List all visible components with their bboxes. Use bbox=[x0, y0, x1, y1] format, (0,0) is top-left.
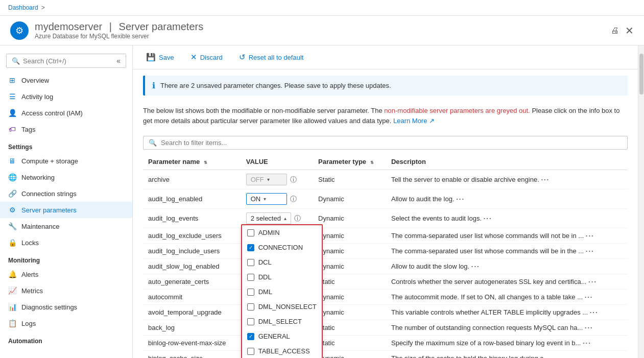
dml-select-checkbox[interactable] bbox=[247, 318, 254, 325]
param-type-sort-icon[interactable]: ⇅ bbox=[370, 160, 374, 165]
discard-button[interactable]: ✕ Discard bbox=[187, 51, 226, 64]
param-desc-cell: Allow to audit the log. ··· bbox=[386, 189, 628, 209]
connection-checkbox[interactable] bbox=[247, 244, 254, 251]
param-name-sort-icon[interactable]: ⇅ bbox=[204, 160, 207, 165]
option-connection[interactable]: CONNECTION bbox=[242, 240, 322, 255]
archive-dropdown[interactable]: OFF ▾ bbox=[246, 174, 287, 185]
sidebar-label-access-control: Access control (IAM) bbox=[21, 109, 83, 117]
table-container: 🔍 Parameter name ⇅ VALUE bbox=[133, 132, 638, 358]
sidebar-item-locks[interactable]: 🔒 Locks bbox=[0, 234, 132, 251]
param-type-cell: Dynamic bbox=[313, 228, 386, 244]
param-name-cell: audit_log_enabled bbox=[143, 189, 241, 209]
param-desc-cell: The autocommit mode. If set to ON, all c… bbox=[386, 290, 628, 305]
sidebar-item-logs[interactable]: 📋 Logs bbox=[0, 315, 132, 331]
table-row: autocommit Dynamic The autocommit mode. … bbox=[143, 290, 628, 305]
sidebar-item-networking[interactable]: 🌐 Networking bbox=[0, 169, 132, 185]
connection-label: CONNECTION bbox=[258, 244, 303, 251]
binlog-cache-ellipsis[interactable]: ··· bbox=[553, 354, 562, 358]
autocommit-ellipsis[interactable]: ··· bbox=[585, 293, 593, 301]
learn-more-link[interactable]: Learn More ↗ bbox=[393, 117, 435, 125]
option-table-access[interactable]: TABLE_ACCESS bbox=[242, 344, 322, 358]
collapse-icon[interactable]: « bbox=[116, 57, 121, 65]
search-input[interactable] bbox=[23, 57, 113, 65]
print-icon[interactable]: 🖨 bbox=[611, 26, 619, 35]
auto-gen-ellipsis[interactable]: ··· bbox=[588, 278, 597, 285]
ddl-label: DDL bbox=[258, 273, 272, 281]
sidebar-item-maintenance[interactable]: 🔧 Maintenance bbox=[0, 218, 132, 234]
diagnostic-settings-icon: 📊 bbox=[8, 303, 16, 311]
dml-select-label: DML_SELECT bbox=[258, 318, 302, 325]
param-type-cell: Dynamic bbox=[313, 209, 386, 228]
title-separator: | bbox=[109, 21, 115, 32]
archive-ellipsis[interactable]: ··· bbox=[541, 176, 550, 183]
param-name-cell: auto_generate_certs bbox=[143, 274, 241, 290]
sidebar-label-activity-log: Activity log bbox=[21, 93, 53, 101]
back-log-ellipsis[interactable]: ··· bbox=[585, 324, 593, 331]
avoid-temporal-ellipsis[interactable]: ··· bbox=[590, 308, 599, 316]
option-dcl[interactable]: DCL bbox=[242, 255, 322, 270]
param-type-cell: Static bbox=[313, 320, 386, 336]
table-row: audit_log_exclude_users Dynamic The comm… bbox=[143, 228, 628, 244]
scrollbar-thumb[interactable] bbox=[639, 54, 643, 94]
table-row: audit_log_include_users Dynamic The comm… bbox=[143, 244, 628, 259]
dml-nonselect-checkbox[interactable] bbox=[247, 303, 254, 311]
audit-log-include-ellipsis[interactable]: ··· bbox=[586, 247, 594, 255]
reset-button[interactable]: ↺ Reset all to default bbox=[236, 51, 307, 64]
admin-label: ADMIN bbox=[258, 229, 280, 236]
content-area: 💾 Save ✕ Discard ↺ Reset all to default … bbox=[133, 45, 638, 358]
sidebar-item-activity-log[interactable]: ☰ Activity log bbox=[0, 88, 132, 105]
dcl-checkbox[interactable] bbox=[247, 259, 254, 266]
param-type-cell: Static bbox=[313, 336, 386, 351]
option-general[interactable]: GENERAL bbox=[242, 329, 322, 344]
dml-checkbox[interactable] bbox=[247, 289, 254, 296]
dml-nonselect-label: DML_NONSELECT bbox=[258, 303, 317, 311]
sidebar-item-diagnostic-settings[interactable]: 📊 Diagnostic settings bbox=[0, 299, 132, 315]
sidebar-item-tags[interactable]: 🏷 Tags bbox=[0, 121, 132, 137]
maintenance-icon: 🔧 bbox=[8, 222, 16, 230]
sidebar-item-connection-strings[interactable]: 🔗 Connection strings bbox=[0, 185, 132, 202]
sidebar-item-metrics[interactable]: 📈 Metrics bbox=[0, 282, 132, 299]
filter-input[interactable] bbox=[161, 139, 622, 147]
save-button[interactable]: 💾 Save bbox=[143, 51, 177, 64]
breadcrumb-separator: > bbox=[41, 4, 45, 11]
sidebar-search-box[interactable]: 🔍 « bbox=[6, 54, 126, 68]
param-desc-cell: Controls whether the server autogenerate… bbox=[386, 274, 628, 290]
sidebar-label-maintenance: Maintenance bbox=[21, 223, 59, 230]
audit-log-exclude-ellipsis[interactable]: ··· bbox=[586, 232, 594, 240]
audit-log-events-info-icon[interactable]: ⓘ bbox=[294, 214, 301, 223]
admin-checkbox[interactable] bbox=[247, 229, 254, 236]
option-dml-select[interactable]: DML_SELECT bbox=[242, 314, 322, 329]
sidebar-item-server-parameters[interactable]: ⚙ Server parameters bbox=[0, 202, 132, 218]
general-checkbox[interactable] bbox=[247, 333, 254, 340]
archive-info-icon[interactable]: ⓘ bbox=[290, 175, 297, 184]
server-name: mydemoserver bbox=[35, 21, 102, 32]
option-admin[interactable]: ADMIN bbox=[242, 225, 322, 240]
reset-label: Reset all to default bbox=[249, 54, 304, 61]
server-parameters-icon: ⚙ bbox=[8, 206, 16, 214]
audit-log-enabled-ellipsis[interactable]: ··· bbox=[456, 195, 465, 203]
option-dml-nonselect[interactable]: DML_NONSELECT bbox=[242, 299, 322, 314]
sidebar-item-access-control[interactable]: 👤 Access control (IAM) bbox=[0, 105, 132, 121]
filter-input-box[interactable]: 🔍 bbox=[143, 136, 628, 150]
access-control-icon: 👤 bbox=[8, 109, 16, 117]
option-dml[interactable]: DML bbox=[242, 284, 322, 299]
table-access-checkbox[interactable] bbox=[247, 348, 254, 355]
server-icon: ⚙ bbox=[10, 21, 29, 40]
audit-slow-ellipsis[interactable]: ··· bbox=[471, 262, 480, 270]
param-name-cell: binlog_cache_size bbox=[143, 351, 241, 359]
binlog-row-ellipsis[interactable]: ··· bbox=[583, 339, 591, 347]
audit-log-events-ellipsis[interactable]: ··· bbox=[484, 214, 492, 222]
header: Dashboard > bbox=[0, 0, 644, 16]
sidebar-item-compute-storage[interactable]: 🖥 Compute + storage bbox=[0, 153, 132, 169]
sidebar-label-overview: Overview bbox=[21, 77, 49, 84]
sidebar-item-alerts[interactable]: 🔔 Alerts bbox=[0, 266, 132, 282]
audit-log-enabled-dropdown[interactable]: ON ▾ bbox=[246, 193, 287, 205]
audit-log-enabled-info-icon[interactable]: ⓘ bbox=[290, 195, 297, 204]
sidebar-item-overview[interactable]: ⊞ Overview bbox=[0, 72, 132, 88]
close-icon[interactable]: ✕ bbox=[625, 25, 634, 37]
breadcrumb-dashboard[interactable]: Dashboard bbox=[8, 4, 38, 11]
audit-log-events-dropdown[interactable]: 2 selected ▴ bbox=[246, 212, 291, 224]
option-ddl[interactable]: DDL bbox=[242, 270, 322, 284]
table-access-label: TABLE_ACCESS bbox=[258, 347, 310, 355]
ddl-checkbox[interactable] bbox=[247, 274, 254, 281]
